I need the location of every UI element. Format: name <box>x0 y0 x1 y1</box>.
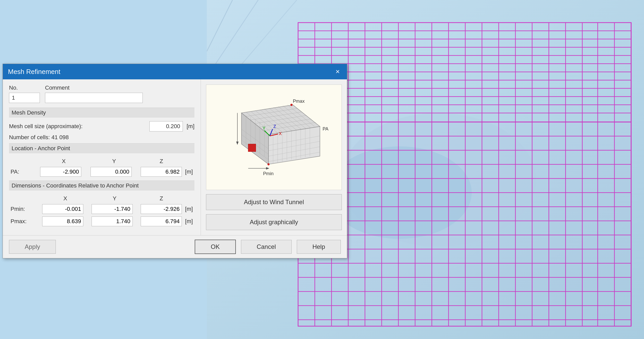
svg-rect-114 <box>248 144 256 152</box>
apply-button[interactable]: Apply <box>9 240 56 254</box>
mesh-cell-size-label: Mesh cell size (approximate): <box>9 123 146 130</box>
location-table: X Y Z PA: [m] <box>9 157 194 178</box>
number-of-cells: Number of cells: 41 098 <box>9 134 194 141</box>
pmin-unit: [m] <box>183 203 194 215</box>
cancel-button[interactable]: Cancel <box>241 240 292 254</box>
svg-point-125 <box>267 163 270 165</box>
pmax-row: Pmax: [m] <box>9 215 194 228</box>
location-header: Location - Anchor Point <box>9 143 194 153</box>
ok-button[interactable]: OK <box>195 240 236 254</box>
svg-text:PA: PA <box>323 126 328 131</box>
svg-marker-6 <box>298 23 631 122</box>
svg-text:X: X <box>279 131 282 136</box>
pmin-z-input[interactable] <box>141 204 182 214</box>
pa-y-input[interactable] <box>91 167 132 177</box>
dim-y-col-header: Y <box>90 194 139 203</box>
mesh-density-header: Mesh Density <box>9 108 194 118</box>
svg-text:Pmin: Pmin <box>263 171 274 176</box>
dim-x-col-header: X <box>41 194 90 203</box>
comment-field-group: Comment <box>45 84 143 103</box>
pa-unit: [m] <box>183 166 194 178</box>
help-button[interactable]: Help <box>297 240 341 254</box>
adjust-graphically-button[interactable]: Adjust graphically <box>206 214 342 230</box>
dimensions-table: X Y Z Pmin: [m] Pmax: <box>9 194 194 228</box>
svg-point-2 <box>328 146 472 239</box>
pa-z-input[interactable] <box>141 167 182 177</box>
dimensions-header: Dimensions - Coordinates Relative to Anc… <box>9 181 194 191</box>
svg-text:Pmax: Pmax <box>293 99 305 104</box>
pmax-x-input[interactable] <box>42 216 83 226</box>
close-button[interactable]: × <box>334 68 342 76</box>
right-panel: Y Z X Pmax PA Pmin <box>201 79 347 235</box>
svg-text:Z: Z <box>273 124 276 129</box>
mesh-refinement-dialog: Mesh Refinement × No. Comment Mesh Densi… <box>3 64 347 258</box>
dialog-title: Mesh Refinement <box>8 68 60 76</box>
pmax-y-input[interactable] <box>92 216 133 226</box>
comment-label: Comment <box>45 84 143 91</box>
no-field-group: No. <box>9 84 40 103</box>
mesh-cell-size-row: Mesh cell size (approximate): [m] <box>9 121 194 131</box>
dialog-footer: Apply OK Cancel Help <box>3 235 347 258</box>
diagram-area: Y Z X Pmax PA Pmin <box>206 84 342 190</box>
pa-row: PA: [m] <box>9 166 194 178</box>
svg-line-3 <box>207 0 232 51</box>
comment-input[interactable] <box>45 93 143 103</box>
dialog-body: No. Comment Mesh Density Mesh cell size … <box>3 79 347 235</box>
pa-label: PA: <box>9 166 39 178</box>
dim-z-col-header: Z <box>139 194 183 203</box>
pmin-y-input[interactable] <box>92 204 133 214</box>
pmin-label: Pmin: <box>9 203 41 215</box>
pmin-row: Pmin: [m] <box>9 203 194 215</box>
dialog-titlebar: Mesh Refinement × <box>3 64 347 79</box>
pmax-label: Pmax: <box>9 215 41 228</box>
svg-text:Y: Y <box>263 126 265 131</box>
left-panel: No. Comment Mesh Density Mesh cell size … <box>3 79 201 235</box>
adjust-wind-tunnel-button[interactable]: Adjust to Wind Tunnel <box>206 194 342 210</box>
y-col-header: Y <box>89 157 139 166</box>
svg-point-122 <box>290 104 292 106</box>
mesh-cell-size-unit: [m] <box>186 123 194 130</box>
svg-rect-39 <box>298 122 631 326</box>
pa-x-input[interactable] <box>40 167 81 177</box>
pmin-x-input[interactable] <box>42 204 83 214</box>
z-col-header: Z <box>139 157 183 166</box>
pmax-unit: [m] <box>183 215 194 228</box>
x-col-header: X <box>39 157 89 166</box>
svg-point-1 <box>341 113 536 247</box>
pmax-z-input[interactable] <box>141 216 182 226</box>
no-comment-row: No. Comment <box>9 84 194 103</box>
mesh-cell-size-input[interactable] <box>149 121 183 131</box>
no-label: No. <box>9 84 40 91</box>
no-input[interactable] <box>9 93 40 103</box>
